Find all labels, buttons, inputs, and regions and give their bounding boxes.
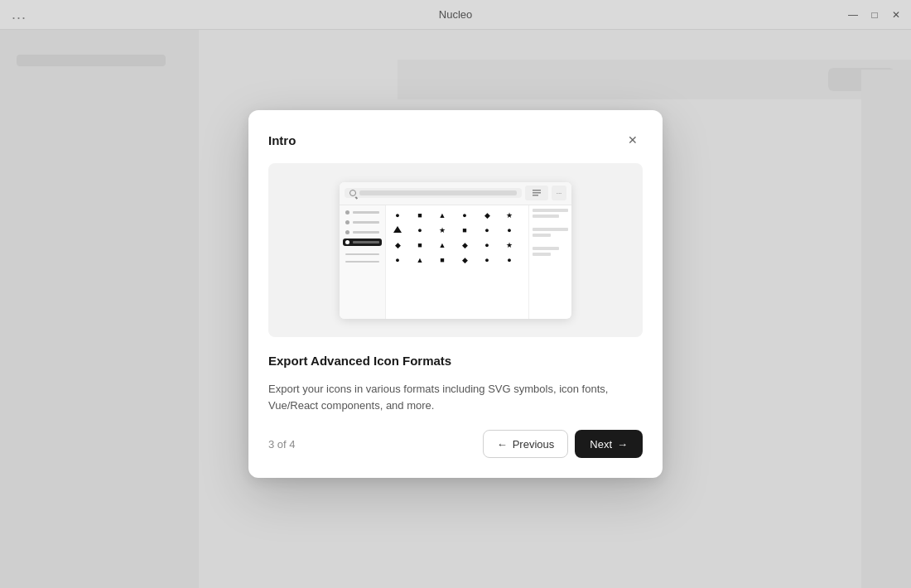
mini-grid-row: ● ■ ▲ ● ◆ ★ ● ★ ■ ● ● ◆ [391, 209, 523, 267]
next-button[interactable]: Next → [575, 430, 643, 458]
mini-detail-line [533, 247, 559, 250]
mini-grid-icon: ● [503, 253, 516, 267]
mini-app-body: ● ■ ▲ ● ◆ ★ ● ★ ■ ● ● ◆ [340, 205, 571, 319]
previous-button[interactable]: ← Previous [483, 430, 569, 458]
mini-grid-icon [391, 224, 404, 237]
modal-header: Intro ✕ [268, 130, 643, 150]
svg-rect-0 [533, 190, 541, 191]
mini-grid-icon: ● [391, 209, 404, 222]
modal-description: Export your icons in various formats inc… [268, 381, 643, 413]
mini-topbar: ··· [340, 182, 571, 205]
modal-close-button[interactable]: ✕ [623, 130, 643, 150]
mini-grid-icon: ● [413, 224, 427, 237]
mini-line [353, 231, 379, 234]
mini-line [345, 253, 379, 255]
mini-sidebar-row [343, 209, 382, 216]
mini-detail-line [533, 209, 568, 212]
mini-search-icon [349, 190, 356, 196]
mini-grid-icon: ◆ [458, 253, 471, 267]
mini-dot [345, 210, 349, 214]
mini-grid-icon: ▲ [436, 239, 449, 252]
mini-grid-icon: ★ [503, 239, 516, 252]
mini-grid-icon: ★ [503, 209, 516, 222]
mini-grid-icon: ▲ [413, 253, 427, 267]
mini-detail-panel [528, 205, 571, 319]
mini-line [353, 241, 379, 243]
mini-search-bar [345, 188, 522, 198]
mini-line [353, 211, 379, 214]
mini-grid-icon: ■ [413, 239, 427, 252]
mini-grid-icon: ● [480, 224, 494, 237]
mini-sidebar-row [343, 229, 382, 236]
mini-sidebar [340, 205, 386, 319]
mini-detail-line [533, 228, 568, 231]
svg-rect-1 [533, 192, 541, 194]
mini-detail-spacer [533, 220, 568, 225]
mini-dot [345, 220, 349, 224]
svg-rect-2 [533, 195, 538, 196]
mini-line [345, 261, 379, 263]
preview-area: ··· [268, 163, 643, 337]
mini-grid-icon: ■ [436, 253, 449, 267]
mini-grid-icon: ▲ [436, 209, 449, 222]
modal-actions: ← Previous Next → [483, 430, 643, 458]
mini-grid-icon: ● [480, 253, 494, 267]
previous-label: Previous [513, 438, 555, 451]
modal-title: Intro [268, 133, 296, 147]
mini-dot [345, 240, 349, 244]
mini-grid-icon: ● [391, 253, 404, 267]
mini-grid-icon: ● [480, 239, 494, 252]
mini-grid-icon: ◆ [391, 239, 404, 252]
mini-icon-grid: ● ■ ▲ ● ◆ ★ ● ★ ■ ● ● ◆ [386, 205, 528, 319]
mini-sidebar-row [343, 252, 382, 257]
mini-grid-icon: ● [458, 209, 471, 222]
arrow-left-icon: ← [497, 438, 508, 451]
mini-grid-icon: ■ [413, 209, 427, 222]
intro-modal: Intro ✕ ··· [248, 110, 663, 478]
page-indicator: 3 of 4 [268, 438, 296, 451]
modal-footer: 3 of 4 ← Previous Next → [268, 430, 643, 458]
mini-more-icon: ··· [552, 186, 566, 200]
mini-grid-icon: ● [503, 224, 516, 237]
mini-detail-spacer [533, 239, 568, 244]
mini-detail-line [533, 214, 559, 218]
mini-search-input-visual [359, 190, 517, 195]
mini-grid-icon: ◆ [458, 239, 471, 252]
mini-dropdown [525, 186, 548, 200]
mini-sidebar-row [343, 219, 382, 226]
mini-grid-icon: ★ [436, 224, 449, 237]
mini-sidebar-row [343, 259, 382, 264]
mini-detail-line [533, 253, 551, 256]
arrow-right-icon: → [617, 438, 628, 451]
next-label: Next [590, 438, 612, 451]
mini-detail-line [533, 234, 551, 237]
mini-app-mockup: ··· [340, 182, 571, 319]
mini-dot [345, 230, 349, 234]
mini-line [353, 221, 379, 224]
mini-grid-icon: ■ [458, 224, 471, 237]
mini-grid-icon: ◆ [480, 209, 494, 222]
modal-heading: Export Advanced Icon Formats [268, 354, 643, 368]
mini-sidebar-row-active [343, 239, 382, 246]
